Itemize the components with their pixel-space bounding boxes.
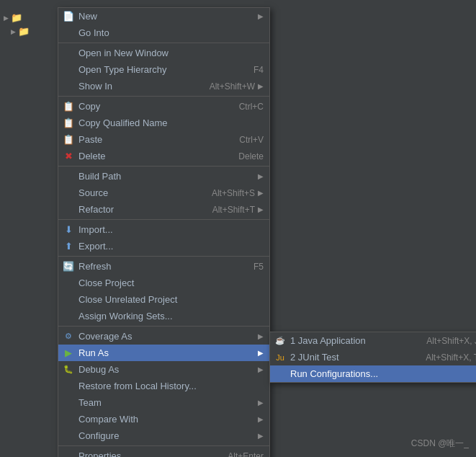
menu-item-open-type-hierarchy[interactable]: Open Type Hierarchy F4 (58, 61, 269, 78)
run-as-submenu: ☕ 1 Java Application Alt+Shift+X, J Ju 2… (269, 332, 476, 383)
new-icon: 📄 (63, 11, 74, 22)
submenu-run-configurations-label: Run Configurations... (290, 368, 476, 379)
menu-item-copy-label: Copy (78, 101, 217, 112)
menu-item-close-project[interactable]: Close Project (58, 275, 269, 291)
copy-shortcut: Ctrl+C (239, 102, 264, 112)
refresh-shortcut: F5 (253, 262, 264, 272)
copy-icon: 📋 (63, 101, 74, 112)
menu-item-refresh-label: Refresh (78, 261, 232, 272)
new-arrow: ▶ (258, 12, 264, 20)
menu-item-open-type-hierarchy-label: Open Type Hierarchy (78, 64, 232, 75)
submenu-java-application[interactable]: ☕ 1 Java Application Alt+Shift+X, J (270, 332, 476, 349)
menu-item-open-new-window-label: Open in New Window (78, 48, 264, 58)
menu-item-gointo-label: Go Into (78, 27, 264, 38)
properties-shortcut: Alt+Enter (228, 451, 264, 458)
menu-item-coverage-as[interactable]: ⚙ Coverage As ▶ (58, 328, 269, 345)
submenu-junit-test[interactable]: Ju 2 JUnit Test Alt+Shift+X, T (270, 349, 476, 365)
show-in-shortcuts: Alt+Shift+W ▶ (188, 81, 264, 92)
refactor-shortcut: Alt+Shift+T (212, 205, 255, 215)
menu-item-properties-label: Properties (78, 451, 206, 457)
menu-item-team[interactable]: Team ▶ (58, 394, 269, 411)
separator-7 (58, 445, 269, 446)
build-path-arrow: ▶ (258, 172, 264, 180)
menu-item-copy-qualified-label: Copy Qualified Name (78, 117, 264, 128)
menu-item-build-path-label: Build Path (78, 171, 258, 182)
context-menu: 📄 New ▶ Go Into Open in New Window Open … (58, 7, 270, 457)
sidebar: ▶ 📁 ▶ 📁 (0, 0, 54, 457)
menu-item-gointo[interactable]: Go Into (58, 25, 269, 41)
debug-as-icon: 🐛 (63, 364, 74, 376)
menu-item-configure-label: Configure (78, 430, 258, 441)
menu-item-team-label: Team (78, 397, 258, 408)
menu-item-paste-label: Paste (78, 134, 217, 145)
submenu-junit-test-label: 2 JUnit Test (290, 352, 404, 363)
paste-shortcut: Ctrl+V (239, 135, 264, 145)
separator-1 (58, 43, 269, 43)
menu-item-close-project-label: Close Project (78, 278, 264, 288)
menu-item-debug-as-label: Debug As (78, 364, 258, 375)
open-type-hierarchy-shortcut: F4 (253, 65, 264, 75)
import-icon: ⬇ (63, 224, 74, 236)
java-application-icon: ☕ (274, 335, 286, 347)
show-in-shortcut: Alt+Shift+W (210, 81, 255, 92)
java-application-shortcut: Alt+Shift+X, J (426, 336, 476, 346)
menu-item-delete-label: Delete (78, 151, 217, 161)
junit-icon: Ju (274, 352, 286, 363)
menu-item-restore-local-history[interactable]: Restore from Local History... (58, 378, 269, 394)
menu-item-refresh[interactable]: 🔄 Refresh F5 (58, 258, 269, 275)
refactor-shortcuts: Alt+Shift+T ▶ (191, 205, 264, 215)
run-as-icon: ▶ (63, 347, 74, 359)
source-arrow: ▶ (258, 189, 264, 197)
team-arrow: ▶ (258, 399, 264, 407)
separator-2 (58, 96, 269, 97)
show-in-arrow: ▶ (258, 82, 264, 90)
menu-item-show-in[interactable]: Show In Alt+Shift+W ▶ (58, 78, 269, 94)
menu-item-show-in-label: Show In (78, 81, 188, 92)
menu-item-open-new-window[interactable]: Open in New Window (58, 45, 269, 61)
delete-icon: ✖ (63, 151, 74, 162)
separator-4 (58, 219, 269, 220)
menu-item-properties[interactable]: Properties Alt+Enter (58, 448, 269, 457)
menu-item-assign-working-sets[interactable]: Assign Working Sets... (58, 308, 269, 324)
menu-item-debug-as[interactable]: 🐛 Debug As ▶ (58, 361, 269, 378)
menu-item-refactor[interactable]: Refactor Alt+Shift+T ▶ (58, 201, 269, 218)
delete-shortcut: Delete (238, 151, 264, 161)
menu-item-compare-with[interactable]: Compare With ▶ (58, 411, 269, 427)
menu-item-close-unrelated[interactable]: Close Unrelated Project (58, 291, 269, 308)
refactor-arrow: ▶ (258, 205, 264, 213)
menu-item-export-label: Export... (78, 241, 264, 252)
watermark: CSDN @唯一_ (411, 438, 469, 450)
menu-item-source[interactable]: Source Alt+Shift+S ▶ (58, 185, 269, 201)
menu-item-run-as-label: Run As (78, 347, 258, 358)
separator-3 (58, 166, 269, 167)
menu-item-new[interactable]: 📄 New ▶ (58, 8, 269, 25)
menu-item-configure[interactable]: Configure ▶ (58, 427, 269, 444)
menu-item-import[interactable]: ⬇ Import... (58, 221, 269, 238)
menu-item-source-label: Source (78, 187, 190, 198)
separator-6 (58, 326, 269, 327)
compare-with-arrow: ▶ (258, 415, 264, 423)
menu-item-build-path[interactable]: Build Path ▶ (58, 168, 269, 185)
refresh-icon: 🔄 (63, 261, 74, 272)
coverage-arrow: ▶ (258, 332, 264, 340)
source-shortcuts: Alt+Shift+S ▶ (190, 188, 264, 198)
menu-item-copy[interactable]: 📋 Copy Ctrl+C (58, 98, 269, 115)
copy-qualified-icon: 📋 (63, 117, 74, 129)
menu-item-coverage-as-label: Coverage As (78, 331, 258, 342)
menu-item-paste[interactable]: 📋 Paste Ctrl+V (58, 131, 269, 148)
menu-item-assign-working-sets-label: Assign Working Sets... (78, 311, 264, 321)
export-icon: ⬆ (63, 241, 74, 252)
submenu-run-configurations[interactable]: Run Configurations... (270, 365, 476, 382)
separator-5 (58, 256, 269, 257)
menu-item-copy-qualified[interactable]: 📋 Copy Qualified Name (58, 115, 269, 131)
menu-item-run-as[interactable]: ▶ Run As ▶ (58, 345, 269, 361)
menu-item-new-label: New (78, 11, 258, 22)
submenu-java-application-label: 1 Java Application (290, 335, 405, 346)
run-as-arrow: ▶ (258, 349, 264, 357)
menu-item-refactor-label: Refactor (78, 204, 191, 215)
debug-as-arrow: ▶ (258, 365, 264, 373)
menu-item-export[interactable]: ⬆ Export... (58, 238, 269, 254)
configure-arrow: ▶ (258, 432, 264, 440)
junit-test-shortcut: Alt+Shift+X, T (426, 352, 476, 363)
menu-item-delete[interactable]: ✖ Delete Delete (58, 148, 269, 164)
